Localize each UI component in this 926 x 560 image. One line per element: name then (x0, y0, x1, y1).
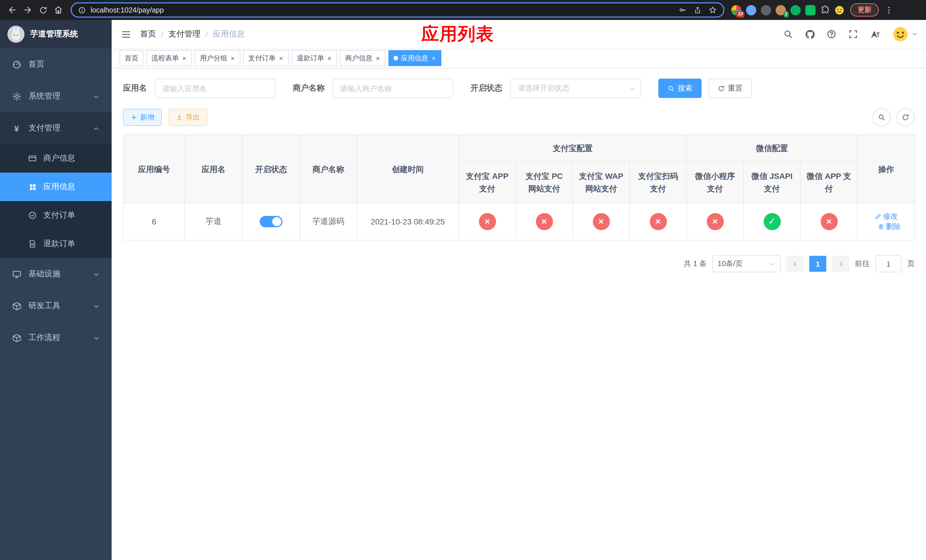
chevron-down-icon (92, 92, 100, 101)
extension-emoji-icon[interactable] (834, 5, 844, 15)
cell-merchant: 芋道源码 (300, 203, 357, 240)
close-icon[interactable] (431, 56, 436, 61)
breadcrumb: 首页 / 支付管理 / 应用信息 (140, 29, 245, 39)
page-size-select[interactable]: 10条/页 (713, 255, 781, 272)
goto-page-input[interactable] (875, 255, 902, 272)
fullscreen-icon[interactable] (845, 26, 861, 42)
tab-pay-orders[interactable]: 支付订单 (243, 50, 289, 66)
browser-forward-icon[interactable] (20, 2, 35, 18)
search-button[interactable]: 搜索 (658, 79, 702, 98)
sidebar-item-payment[interactable]: ¥ 支付管理 (0, 112, 112, 144)
extension-green-circle-icon[interactable] (790, 5, 801, 15)
browser-back-icon[interactable] (5, 2, 20, 18)
wechat-app-status-icon: × (820, 213, 837, 230)
col-header-app-id: 应用编号 (123, 135, 185, 203)
sidebar-item-home[interactable]: 首页 (0, 48, 112, 80)
tab-label: 用户分组 (200, 53, 227, 63)
card-icon (27, 154, 38, 163)
toggle-search-button[interactable] (873, 108, 891, 127)
select-placeholder: 请选择开启状态 (517, 83, 569, 94)
tab-refund-orders[interactable]: 退款订单 (292, 50, 337, 66)
tab-user-group[interactable]: 用户分组 (195, 50, 240, 66)
share-icon[interactable] (694, 6, 702, 14)
tab-process-form[interactable]: 流程表单 (146, 50, 192, 66)
close-icon[interactable] (230, 56, 235, 61)
prev-page-button[interactable] (787, 256, 803, 272)
sidebar-item-label: 商户信息 (43, 153, 75, 163)
page-content: 应用名 商户名称 开启状态 请选择开启状态 (112, 68, 926, 560)
extension-badge: 10 (736, 11, 744, 17)
chevron-down-icon (629, 84, 636, 92)
header-search-icon[interactable] (780, 26, 796, 42)
extension-blue-icon[interactable] (746, 5, 756, 15)
close-icon[interactable] (327, 56, 332, 61)
monitor-icon (11, 269, 22, 279)
sidebar-item-label: 支付订单 (43, 210, 75, 221)
sidebar-item-workflow[interactable]: 工作流程 (0, 322, 112, 354)
goto-label: 前往 (855, 259, 870, 269)
add-button[interactable]: 新增 (123, 109, 162, 126)
breadcrumb-separator: / (161, 30, 163, 39)
browser-update-button[interactable]: 更新 (850, 3, 879, 17)
password-key-icon[interactable] (678, 6, 687, 14)
breadcrumb-item[interactable]: 支付管理 (169, 29, 200, 39)
tab-label: 支付订单 (248, 53, 275, 63)
app-table: 应用编号 应用名 开启状态 商户名称 创建时间 支付宝配置 微信配置 操作 支付… (123, 135, 915, 241)
font-size-icon[interactable] (867, 26, 883, 42)
browser-menu-icon[interactable] (882, 3, 896, 17)
tab-merchant-info[interactable]: 商户信息 (340, 50, 386, 66)
close-icon[interactable] (182, 56, 187, 61)
chevron-up-icon (92, 124, 100, 133)
sidebar-item-merchant-info[interactable]: 商户信息 (0, 144, 112, 173)
close-icon[interactable] (278, 56, 284, 61)
extension-multicolor-icon[interactable]: 10 (731, 5, 741, 15)
app-name-input[interactable] (155, 79, 275, 98)
sidebar-item-system[interactable]: 系统管理 (0, 80, 112, 112)
goto-unit-label: 页 (907, 259, 915, 269)
tab-label: 应用信息 (401, 53, 428, 63)
browser-home-icon[interactable] (51, 2, 66, 18)
screen: localhost:1024/pay/app 10 1 更新 (0, 0, 926, 560)
sidebar-item-dev-tools[interactable]: 研发工具 (0, 290, 112, 322)
reset-button[interactable]: 重置 (708, 79, 752, 98)
close-icon[interactable] (375, 56, 380, 61)
page-number-button[interactable]: 1 (809, 256, 826, 272)
sidebar-item-refund-orders[interactable]: 退款订单 (0, 230, 112, 258)
extension-dark-icon[interactable] (761, 5, 771, 15)
tags-view-bar: 首页 流程表单 用户分组 支付订单 退款订单 (112, 48, 926, 68)
browser-reload-icon[interactable] (35, 2, 51, 18)
next-page-button[interactable] (832, 256, 849, 272)
address-bar[interactable]: localhost:1024/pay/app (71, 2, 725, 18)
refresh-button[interactable] (896, 108, 915, 127)
cell-created: 2021-10-23 08:49:25 (357, 203, 459, 240)
tab-app-info-active[interactable]: 应用信息 (388, 50, 441, 66)
breadcrumb-item[interactable]: 首页 (140, 29, 156, 39)
col-header-merchant: 商户名称 (300, 135, 357, 203)
extension-wechat-icon[interactable] (805, 5, 816, 15)
sidebar-item-app-info[interactable]: 应用信息 (0, 173, 112, 201)
merchant-name-input[interactable] (333, 79, 453, 98)
extension-avatar-icon[interactable]: 1 (776, 5, 786, 15)
app-logo[interactable]: 芋道管理系统 (0, 20, 112, 48)
search-button-label: 搜索 (678, 83, 693, 94)
status-toggle[interactable] (260, 216, 283, 227)
tab-home[interactable]: 首页 (120, 50, 144, 66)
merchant-name-label: 商户名称 (293, 83, 325, 94)
delete-link[interactable]: 删除 (877, 222, 901, 232)
edit-link[interactable]: 修改 (875, 211, 898, 222)
app-title: 芋道管理系统 (30, 29, 78, 39)
export-button[interactable]: 导出 (169, 109, 207, 126)
github-icon[interactable] (802, 26, 818, 42)
sidebar-toggle-icon[interactable] (112, 20, 140, 48)
sidebar-item-infrastructure[interactable]: 基础设施 (0, 258, 112, 290)
wechat-jsapi-status-icon: ✓ (763, 213, 781, 230)
site-info-icon[interactable] (78, 6, 86, 14)
sidebar-item-pay-orders[interactable]: 支付订单 (0, 201, 112, 230)
status-select[interactable]: 请选择开启状态 (510, 79, 641, 98)
user-menu[interactable] (892, 26, 918, 43)
help-icon[interactable] (823, 26, 840, 42)
bookmark-star-icon[interactable] (708, 6, 717, 14)
tab-label: 退款订单 (297, 53, 324, 63)
extensions-puzzle-icon[interactable] (820, 5, 830, 15)
export-button-label: 导出 (186, 112, 200, 122)
